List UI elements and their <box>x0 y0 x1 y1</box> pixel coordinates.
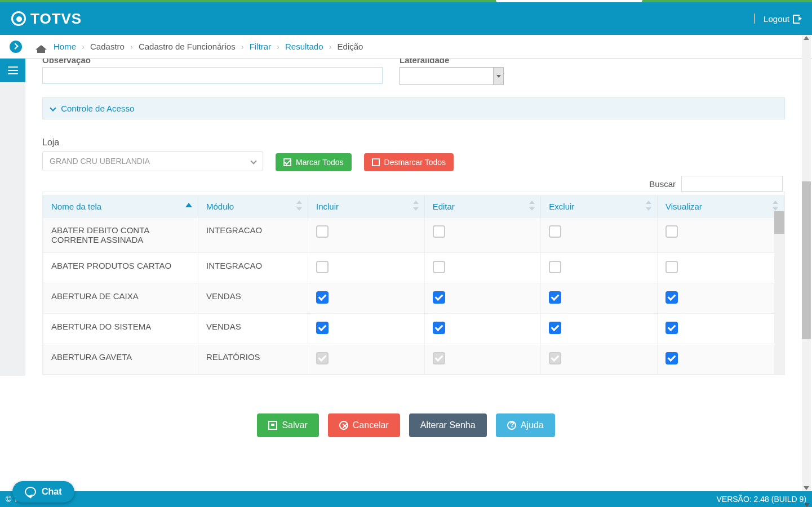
checkbox[interactable] <box>316 225 329 238</box>
cancel-button[interactable]: Cancelar <box>328 413 400 437</box>
alterar-senha-button[interactable]: Alterar Senha <box>409 413 487 437</box>
breadcrumb-cadastro: Cadastro <box>90 42 125 51</box>
sort-asc-icon <box>185 203 192 207</box>
col-modulo[interactable]: Módulo <box>198 196 308 217</box>
sort-icon <box>646 201 651 211</box>
logout-link[interactable]: Logout <box>754 14 801 24</box>
table-scrollbar[interactable] <box>774 211 784 375</box>
cell-nome: ABERTURA DO SISTEMA <box>43 314 198 344</box>
logout-label: Logout <box>764 14 789 24</box>
checkbox[interactable] <box>433 291 445 304</box>
checkbox <box>549 352 561 364</box>
table-row: ABERTURA GAVETARELATÓRIOS <box>43 344 784 375</box>
table-row: ABERTURA DO SISTEMAVENDAS <box>43 314 784 344</box>
checkbox[interactable] <box>549 291 561 304</box>
desmarcar-todos-button[interactable]: Desmarcar Todos <box>364 153 454 171</box>
cell-nome: ABERTURA GAVETA <box>43 344 198 375</box>
hamburger-icon <box>8 66 18 74</box>
checkbox[interactable] <box>665 225 678 238</box>
table-row: ABATER DEBITO CONTA CORRENTE ASSINADAINT… <box>43 217 784 253</box>
page-scrollbar[interactable] <box>802 35 811 491</box>
accordion-controle-acesso[interactable]: Controle de Acesso <box>42 97 785 119</box>
save-label: Salvar <box>282 420 307 430</box>
col-editar[interactable]: Editar <box>424 196 541 217</box>
breadcrumb-sep: › <box>241 42 244 51</box>
sort-icon <box>296 201 302 211</box>
help-icon <box>507 421 516 430</box>
checkbox[interactable] <box>433 322 445 334</box>
save-icon <box>268 421 277 430</box>
lateralidade-select[interactable] <box>400 67 504 85</box>
checkbox[interactable] <box>549 225 561 238</box>
close-icon <box>339 421 348 430</box>
breadcrumb-resultado[interactable]: Resultado <box>285 42 323 51</box>
checkbox[interactable] <box>433 225 445 238</box>
checkbox[interactable] <box>665 261 678 273</box>
breadcrumb-sep: › <box>277 42 279 51</box>
loja-select[interactable]: GRAND CRU UBERLANDIA <box>42 151 263 171</box>
accordion-label: Controle de Acesso <box>61 104 134 113</box>
cell-visualizar <box>658 253 784 283</box>
checkbox[interactable] <box>316 322 329 334</box>
chevron-down-icon <box>250 158 256 164</box>
breadcrumb-filtrar[interactable]: Filtrar <box>250 42 271 51</box>
footer-bar: © TOTVS 2021 VERSÃO: 2.48 (BUILD 9) <box>0 491 812 507</box>
cell-editar <box>424 283 541 314</box>
cell-incluir <box>308 314 425 344</box>
breadcrumb-sep: › <box>130 42 133 51</box>
table-row: ABATER PRODUTOS CARTAOINTEGRACAO <box>43 253 784 283</box>
checkbox[interactable] <box>549 322 561 334</box>
col-nome[interactable]: Nome da tela <box>43 196 198 217</box>
uncheck-icon <box>372 158 380 166</box>
marcar-todos-label: Marcar Todos <box>296 158 344 167</box>
cell-modulo: RELATÓRIOS <box>198 344 308 375</box>
chevron-down-icon <box>493 68 503 84</box>
col-visualizar[interactable]: Visualizar <box>658 196 784 217</box>
search-input[interactable] <box>681 176 783 192</box>
version-label: VERSÃO: 2.48 (BUILD 9) <box>716 495 806 504</box>
checkbox[interactable] <box>316 261 329 273</box>
check-icon <box>283 158 291 166</box>
checkbox[interactable] <box>549 261 561 273</box>
table-row: ABERTURA DE CAIXAVENDAS <box>43 283 784 314</box>
chevron-down-icon <box>50 105 56 111</box>
home-icon[interactable] <box>36 42 47 52</box>
cell-visualizar <box>658 314 784 344</box>
desmarcar-todos-label: Desmarcar Todos <box>384 158 446 167</box>
scrollbar-thumb[interactable] <box>774 211 784 234</box>
checkbox <box>316 352 329 364</box>
loja-label: Loja <box>42 137 263 148</box>
cell-editar <box>424 344 541 375</box>
totvs-logo-icon <box>11 11 26 26</box>
scrollbar-thumb[interactable] <box>802 181 811 339</box>
ajuda-button[interactable]: Ajuda <box>496 413 555 437</box>
chat-widget[interactable]: Chat <box>12 481 74 502</box>
save-button[interactable]: Salvar <box>257 413 318 437</box>
cell-incluir <box>308 217 425 253</box>
col-excluir[interactable]: Excluir <box>541 196 658 217</box>
checkbox[interactable] <box>316 291 329 304</box>
cell-nome: ABERTURA DE CAIXA <box>43 283 198 314</box>
footer-actions: Salvar Cancelar Alterar Senha Ajuda <box>0 377 812 473</box>
col-incluir[interactable]: Incluir <box>308 196 425 217</box>
breadcrumb-home[interactable]: Home <box>54 42 76 51</box>
observacao-input[interactable] <box>42 67 383 84</box>
lateralidade-label: Lateralidade <box>400 59 504 65</box>
sidebar-menu-toggle[interactable] <box>0 59 25 82</box>
checkbox[interactable] <box>665 352 678 364</box>
cell-incluir <box>308 253 425 283</box>
cell-modulo: INTEGRACAO <box>198 217 308 253</box>
checkbox[interactable] <box>665 291 678 304</box>
cell-modulo: VENDAS <box>198 283 308 314</box>
cell-incluir <box>308 283 425 314</box>
app-header: TOTVS Logout <box>0 2 812 35</box>
checkbox[interactable] <box>433 261 445 273</box>
cell-nome: ABATER PRODUTOS CARTAO <box>43 253 198 283</box>
sort-icon <box>773 201 778 211</box>
sidebar-collapse-button[interactable] <box>6 35 25 59</box>
breadcrumb-sep: › <box>82 42 85 51</box>
marcar-todos-button[interactable]: Marcar Todos <box>276 153 352 171</box>
form-row: Observação Lateralidade <box>42 59 785 85</box>
checkbox[interactable] <box>665 322 678 334</box>
scroll-down-icon <box>804 486 809 490</box>
